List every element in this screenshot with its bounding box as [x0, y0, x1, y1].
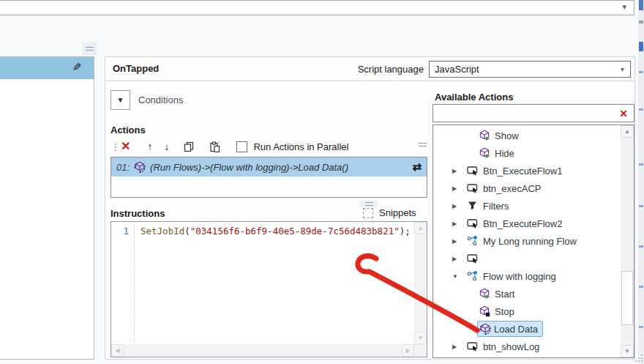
clear-search-icon[interactable]: ✕ [619, 107, 628, 120]
tree-item-my-long-running-flow[interactable]: ▶My Long running Flow [433, 232, 621, 250]
scroll-right-icon[interactable]: ▶ [402, 344, 414, 357]
button-icon [467, 165, 479, 177]
chevron-collapsed-icon[interactable]: ▶ [452, 256, 467, 262]
scrollbar-corner [414, 344, 427, 357]
chevron-collapsed-icon[interactable]: ▶ [452, 203, 467, 209]
tree-item-stop[interactable]: Stop [433, 302, 621, 320]
event-header: OnTapped Script language JavaScript ▾ [105, 57, 634, 81]
script-language-select[interactable]: JavaScript ▾ [429, 61, 631, 78]
delete-action-button[interactable]: ✕ [121, 141, 130, 152]
tree-item-label: Start [495, 289, 514, 300]
tree-item-filters[interactable]: ▶Filters [433, 197, 621, 215]
chevron-expanded-icon[interactable]: ▼ [452, 273, 467, 280]
run-parallel-checkbox[interactable] [236, 141, 247, 152]
available-actions-tree: ShowHide▶Btn_ExecuteFlow1▶btn_execACP▶Fi… [433, 125, 634, 358]
available-actions-search[interactable]: ✕ [433, 104, 634, 122]
scroll-left-icon[interactable]: ◀ [111, 344, 124, 357]
tree-item-btn-executeflow1[interactable]: ▶Btn_ExecuteFlow1 [433, 162, 621, 179]
tree-item-label: Btn_ExecuteFlow2 [483, 218, 562, 229]
strip-mark [639, 286, 643, 288]
tree-selection[interactable]: Load Data [477, 321, 543, 337]
code-open-paren: ( [184, 226, 190, 237]
run-flow-icon [134, 161, 146, 173]
cube-play-icon [479, 288, 490, 300]
scroll-up-icon[interactable]: ▲ [621, 125, 634, 138]
splitter-grip-icon [365, 202, 373, 206]
tree-item-hide[interactable]: Hide [433, 144, 621, 162]
chevron-collapsed-icon[interactable]: ▶ [452, 168, 467, 174]
code-function: SetJobId [141, 226, 184, 237]
chevron-collapsed-icon[interactable]: ▶ [452, 343, 467, 350]
conditions-label: Conditions [138, 94, 183, 105]
action-row[interactable]: 01: (Run Flows)->(Flow with logging)->Lo… [111, 157, 427, 177]
top-combobox[interactable]: ▾ [0, 0, 634, 15]
script-language-value: JavaScript [435, 64, 479, 75]
tree-items: ShowHide▶Btn_ExecuteFlow1▶btn_execACP▶Fi… [433, 127, 621, 355]
panel-splitter-handle[interactable] [82, 42, 97, 56]
cube-stop-icon [479, 305, 490, 317]
code-line[interactable]: SetJobId("034156f6-b6f9-40e5-89de-7c56d4… [141, 226, 411, 237]
script-language-label: Script language [358, 64, 424, 75]
tree-item-btn-showlog[interactable]: ▶btn_showLog [433, 338, 621, 355]
instructions-splitter-handle[interactable] [360, 201, 378, 207]
chevron-collapsed-icon[interactable]: ▶ [452, 238, 467, 245]
gutter-separator [134, 224, 135, 342]
move-up-button[interactable]: ↑ [147, 141, 152, 152]
copy-icon[interactable] [184, 141, 195, 152]
tree-item-flow-with-logging[interactable]: ▼Flow with logging [433, 267, 621, 285]
tree-item-show[interactable]: Show [433, 127, 621, 144]
code-string: "034156f6-b6f9-40e5-89de-7c56d483b821" [190, 226, 400, 237]
tree-item-label: Flow with logging [483, 271, 556, 282]
run-parallel-label: Run Actions in Parallel [253, 141, 348, 152]
tree-item-start[interactable]: Start [433, 285, 621, 302]
swap-arrows-icon[interactable]: ⇄ [412, 160, 422, 174]
right-edge-scroll-strip[interactable] [638, 0, 644, 364]
move-down-button[interactable]: ↓ [164, 141, 169, 152]
chevron-collapsed-icon[interactable]: ▶ [452, 220, 467, 227]
tree-item-label: Stop [495, 306, 514, 317]
chevron-down-icon: ▾ [621, 65, 624, 73]
snippets-checkbox[interactable] [363, 208, 373, 218]
left-panel: ✎ [0, 56, 94, 360]
selected-item-header[interactable]: ✎ [0, 57, 94, 79]
actions-toolbar: ⋮ ✕ ↑ ↓ Run Actions in Parallel [111, 138, 348, 155]
tree-item-btn-execacp[interactable]: ▶btn_execACP [433, 179, 621, 197]
filter-icon [467, 200, 479, 212]
event-title: OnTapped [113, 63, 159, 74]
tree-scrollbar[interactable]: ▲ ▼ [621, 125, 634, 357]
actions-splitter-handle[interactable] [419, 143, 427, 146]
tree-item-label: Hide [495, 148, 514, 159]
button-icon [467, 253, 479, 264]
cube-play-icon [479, 147, 490, 159]
actions-section-label: Actions [111, 125, 146, 135]
pencil-edit-icon[interactable]: ✎ [72, 61, 82, 74]
code-editor[interactable]: 1 SetJobId("034156f6-b6f9-40e5-89de-7c56… [111, 221, 427, 357]
conditions-expander-button[interactable]: ▼ [111, 90, 130, 110]
paste-icon[interactable] [209, 141, 220, 152]
scrollbar-thumb[interactable] [621, 271, 633, 325]
window-resize-grip[interactable] [634, 353, 643, 362]
strip-mark [639, 0, 643, 10]
tree-item-label: Show [495, 130, 519, 141]
search-input[interactable] [435, 106, 610, 120]
tree-item-load-data[interactable]: Load Data [433, 320, 621, 338]
scroll-up-icon[interactable]: ▲ [414, 222, 427, 234]
tree-item-blank[interactable]: ▶ [433, 250, 621, 267]
line-number: 1 [111, 226, 129, 237]
flow-icon [467, 235, 479, 247]
tree-item-label: Filters [483, 201, 509, 212]
cube-play-icon [479, 130, 490, 141]
splitter-grip-icon [86, 47, 94, 51]
available-actions-title: Available Actions [435, 92, 513, 103]
editor-horizontal-scrollbar[interactable]: ◀ ▶ [111, 344, 414, 357]
editor-vertical-scrollbar[interactable]: ▲ ▼ [414, 222, 427, 344]
scroll-down-icon[interactable]: ▼ [621, 345, 634, 357]
button-icon [467, 182, 479, 194]
scroll-down-icon[interactable]: ▼ [414, 332, 427, 344]
button-icon [467, 218, 479, 229]
tree-item-btn-executeflow2[interactable]: ▶Btn_ExecuteFlow2 [433, 215, 621, 232]
chevron-collapsed-icon[interactable]: ▶ [452, 185, 467, 192]
actions-list: 01: (Run Flows)->(Flow with logging)->Lo… [111, 157, 427, 198]
chevron-down-icon: ▾ [622, 2, 626, 12]
strip-mark [639, 326, 643, 328]
